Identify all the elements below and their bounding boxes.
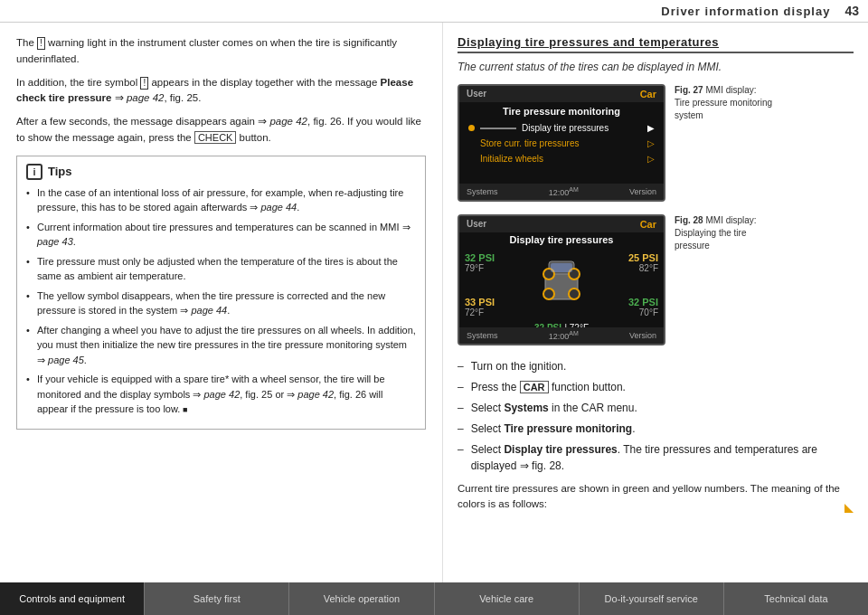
mmi-bottom-left-28: Systems [467, 331, 498, 340]
tab-vehicle-op[interactable]: Vehicle operation [289, 582, 434, 615]
dash: – [458, 358, 464, 374]
para1: The ! warning light in the instrument cl… [16, 35, 426, 68]
mmi-bottom-bar-28: Systems 12:00AM Version [459, 327, 664, 344]
fl-temp: 79°F [465, 263, 495, 273]
fr-tire: 25 PSI 82°F [628, 252, 658, 273]
tab-label: Safety first [193, 593, 241, 604]
rl-tire: 33 PSI 72°F [465, 297, 495, 317]
fig27-row: User Car Tire pressure monitoring Displa… [458, 84, 854, 202]
rl-psi: 33 PSI [465, 297, 495, 308]
mmi-bottom-bar-27: Systems 12:00AM Version [459, 184, 664, 200]
mmi-top-bar-27: User Car [459, 86, 664, 102]
rr-psi: 32 PSI [628, 297, 658, 308]
fl-tire: 32 PSI 79°F [465, 252, 495, 273]
tab-technical[interactable]: Technical data [724, 582, 868, 615]
mmi-car-label-28: Car [640, 219, 656, 230]
svg-point-4 [543, 289, 554, 299]
mmi-top-bar-28: User Car [459, 216, 664, 232]
menu-label: Store curr. tire pressures [480, 138, 579, 148]
mmi-menu-item-3[interactable]: Initialize wheels ▷ [459, 151, 664, 166]
note-text: Current tire pressures are shown in gree… [458, 483, 840, 509]
fl-psi: 32 PSI [465, 252, 495, 263]
mmi-menu-item-2[interactable]: Store curr. tire pressures ▷ [459, 136, 664, 151]
menu-label: Initialize wheels [480, 154, 543, 164]
mmi-bottom-right-28: Version [629, 331, 656, 340]
step-5: – Select Display tire pressures. The tir… [458, 441, 854, 474]
mmi-car-label: Car [640, 89, 656, 99]
para2: In addition, the tire symbol ! appears i… [16, 75, 426, 108]
tab-vehicle-care[interactable]: Vehicle care [435, 582, 580, 615]
tab-safety[interactable]: Safety first [145, 582, 289, 615]
step-text: Select Tire pressure monitoring. [471, 421, 636, 437]
menu-label: Display tire pressures [522, 123, 609, 133]
step-3: – Select Systems in the CAR menu. [458, 400, 854, 416]
tips-box: i Tips In the case of an intentional los… [16, 156, 426, 430]
left-column: The ! warning light in the instrument cl… [0, 23, 443, 583]
mmi-user-label-28: User [467, 219, 486, 230]
mmi-screen-28: User Car Display tire pressures 32 PSI 7… [458, 214, 665, 345]
rl-temp: 72°F [465, 308, 495, 317]
step-text: Select Display tire pressures. The tire … [471, 441, 854, 474]
rr-temp: 70°F [628, 308, 658, 317]
step-1: – Turn on the ignition. [458, 358, 854, 374]
car-svg [538, 252, 585, 317]
fr-temp: 82°F [628, 263, 658, 273]
page-number: 43 [844, 4, 859, 18]
main-content: The ! warning light in the instrument cl… [0, 23, 868, 583]
mmi-bottom-left: Systems [467, 187, 498, 196]
tab-controls[interactable]: Controls and equip­ment [0, 582, 145, 615]
page-header: Driver information display 43 [0, 0, 868, 23]
svg-rect-6 [551, 263, 572, 272]
tab-label: Vehicle care [479, 593, 533, 604]
para3: After a few seconds, the message disappe… [16, 114, 426, 147]
arrow-icon: ▷ [647, 154, 655, 164]
step-4: – Select Tire pressure monitoring. [458, 421, 854, 437]
fig28-caption: Fig. 28 MMI display: Displaying the tire… [665, 214, 774, 252]
dash: – [458, 400, 464, 416]
menu-line [480, 128, 516, 129]
section-subtitle: The current status of the tires can be d… [458, 61, 854, 73]
tip-item: After changing a wheel you have to adjus… [26, 323, 416, 368]
dash: – [458, 421, 464, 437]
current-note: Current tire pressures are shown in gree… [458, 481, 854, 513]
tip-item: Tire pressure must only be adjusted when… [26, 254, 416, 284]
active-dot [468, 125, 475, 131]
tips-title: Tips [48, 165, 72, 178]
tip-item: In the case of an intentional loss of ai… [26, 185, 416, 215]
fig28-row: User Car Display tire pressures 32 PSI 7… [458, 214, 854, 345]
fig27-caption: Fig. 27 MMI display: Tire pressure monit… [665, 84, 774, 122]
mmi-section-title-28: Display tire pressures [459, 232, 664, 249]
step-text: Select Systems in the CAR menu. [471, 400, 637, 416]
dash: – [458, 441, 464, 474]
tip-item: The yellow symbol disappears, when the t… [26, 289, 416, 318]
tab-label: Vehicle operation [324, 593, 400, 604]
left-tires: 32 PSI 79°F 33 PSI 72°F [465, 252, 495, 317]
car-center [498, 252, 625, 317]
svg-point-5 [569, 289, 580, 299]
right-column: Displaying tire pressures and temperatur… [443, 23, 868, 583]
mmi-content-27: Tire pressure monitoring Display tire pr… [459, 102, 664, 168]
mmi-section-title-27: Tire pressure monitoring [459, 104, 664, 120]
tip-item: Current information about tire pressures… [26, 220, 416, 250]
steps-list: – Turn on the ignition. – Press the CAR … [458, 358, 854, 474]
continue-arrow [844, 504, 854, 513]
mmi-menu-item-1[interactable]: Display tire pressures ▶ [459, 120, 664, 136]
header-title: Driver information display [661, 5, 830, 18]
fig27-label: Fig. 27 [675, 85, 703, 95]
tips-list: In the case of an intentional loss of ai… [26, 185, 416, 417]
mmi-bottom-right: Version [629, 187, 656, 196]
tab-label: Controls and equip­ment [19, 593, 125, 604]
section-title: Displaying tire pressures and temperatur… [458, 35, 854, 53]
step-2: – Press the CAR function button. [458, 379, 854, 395]
fr-psi: 25 PSI [628, 252, 658, 263]
step-text: Turn on the ignition. [471, 358, 567, 374]
arrow-icon: ▷ [647, 138, 655, 148]
right-tires: 25 PSI 82°F 32 PSI 70°F [628, 252, 658, 317]
tab-diy[interactable]: Do-it-yourself service [580, 582, 724, 615]
mmi-user-label: User [467, 89, 486, 99]
tips-header: i Tips [26, 164, 416, 180]
tab-label: Technical data [764, 593, 827, 604]
tire-display: 32 PSI 79°F 33 PSI 72°F [459, 249, 664, 321]
tab-label: Do-it-yourself service [605, 593, 698, 604]
mmi-screen-27: User Car Tire pressure monitoring Displa… [458, 84, 665, 202]
